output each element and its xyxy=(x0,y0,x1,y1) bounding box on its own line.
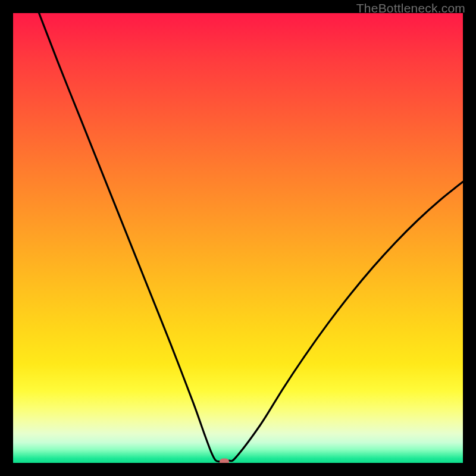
plot-area xyxy=(13,13,463,463)
optimum-marker xyxy=(220,458,229,463)
bottleneck-curve xyxy=(13,13,463,463)
chart-frame: TheBottleneck.com xyxy=(0,0,476,476)
watermark-text: TheBottleneck.com xyxy=(356,1,465,15)
